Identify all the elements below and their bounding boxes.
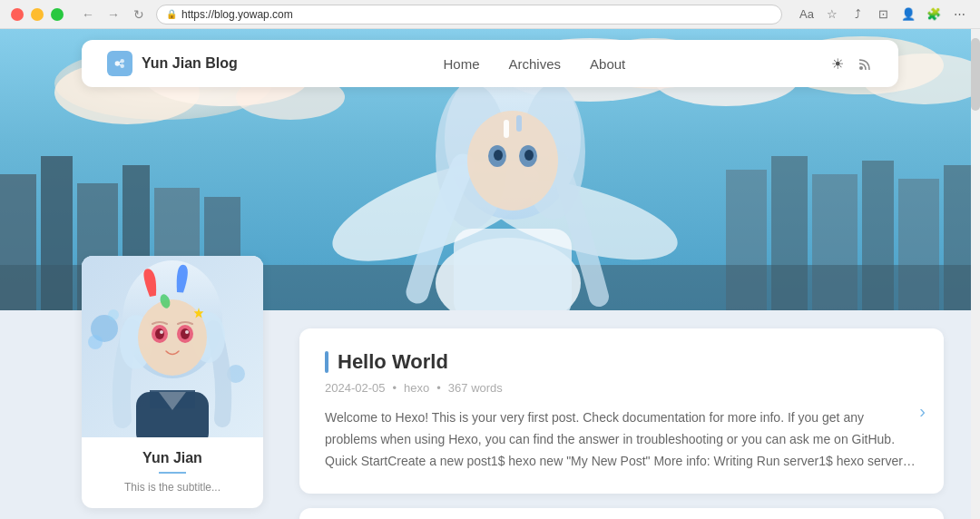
navbar-actions: ☀ — [831, 55, 873, 73]
svg-point-58 — [160, 330, 163, 334]
svg-point-34 — [524, 150, 534, 161]
post-excerpt-1: Welcome to Hexo! This is your very first… — [325, 407, 918, 472]
minimize-button[interactable] — [31, 8, 44, 21]
url-text: https://blog.yowap.com — [181, 8, 293, 21]
address-bar[interactable]: 🔒 https://blog.yowap.com — [156, 5, 782, 24]
brand-icon — [107, 51, 132, 76]
browser-chrome: ← → ↻ 🔒 https://blog.yowap.com Aa ☆ ⤴ ⊡ … — [0, 0, 980, 29]
svg-point-57 — [181, 328, 190, 339]
brand-name: Yun Jian Blog — [142, 55, 238, 72]
profile-button[interactable]: 👤 — [898, 5, 918, 24]
dot-2: • — [436, 381, 441, 395]
svg-point-37 — [115, 61, 120, 65]
forward-button[interactable]: → — [103, 5, 123, 24]
profile-subtitle: This is the subtitle... — [96, 481, 249, 494]
rss-button[interactable] — [858, 56, 873, 71]
svg-point-30 — [467, 111, 558, 211]
nav-home[interactable]: Home — [444, 56, 480, 72]
theme-toggle-button[interactable]: ☀ — [831, 55, 844, 73]
profile-info: Yun Jian This is the subtitle... — [82, 437, 263, 508]
svg-rect-35 — [504, 120, 509, 138]
close-button[interactable] — [11, 8, 24, 21]
svg-point-38 — [120, 59, 124, 64]
sidebar-toggle-button[interactable]: ⊡ — [873, 5, 893, 24]
maximize-button[interactable] — [51, 8, 64, 21]
post-meta-1: 2024-02-05 • hexo • 367 words — [325, 381, 918, 395]
svg-point-39 — [120, 64, 124, 68]
profile-avatar — [82, 256, 263, 437]
navbar-menu: Home Archives About — [444, 56, 626, 72]
navbar-brand[interactable]: Yun Jian Blog — [107, 51, 238, 76]
post-card-2: Youth 2024-02-05 • passage • 667 words — [299, 508, 944, 519]
svg-point-42 — [859, 66, 863, 70]
reader-mode-button[interactable]: Aa — [797, 5, 817, 24]
svg-rect-36 — [516, 115, 522, 132]
scrollbar-track — [971, 29, 980, 519]
share-button[interactable]: ⤴ — [848, 5, 867, 24]
post-indicator-1 — [325, 351, 328, 373]
navbar: Yun Jian Blog Home Archives About ☀ — [82, 40, 898, 87]
nav-about[interactable]: About — [590, 56, 625, 72]
scrollbar-thumb[interactable] — [971, 38, 980, 111]
nav-archives[interactable]: Archives — [509, 56, 562, 72]
content-area: Hello World 2024-02-05 • hexo • 367 word… — [281, 310, 980, 519]
browser-nav: ← → ↻ — [78, 5, 149, 24]
svg-point-53 — [138, 299, 207, 376]
post-author-1: hexo — [404, 381, 429, 395]
svg-point-46 — [108, 309, 119, 320]
post-date-1: 2024-02-05 — [325, 381, 386, 395]
extensions-button[interactable]: 🧩 — [924, 5, 944, 24]
sidebar: Yun Jian This is the subtitle... — [0, 310, 281, 519]
dot-1: • — [393, 381, 397, 395]
page-content: Yun Jian Blog Home Archives About ☀ — [0, 29, 980, 519]
post-title-1[interactable]: Hello World — [338, 350, 448, 374]
profile-avatar-illustration — [82, 256, 263, 437]
profile-card: Yun Jian This is the subtitle... — [82, 256, 263, 508]
post-arrow-1[interactable]: › — [919, 401, 926, 422]
back-button[interactable]: ← — [78, 5, 98, 24]
refresh-button[interactable]: ↻ — [129, 5, 149, 24]
profile-divider — [159, 472, 186, 474]
lock-icon: 🔒 — [166, 9, 177, 19]
svg-point-45 — [88, 335, 103, 349]
svg-point-59 — [185, 330, 189, 334]
browser-actions: Aa ☆ ⤴ ⊡ 👤 🧩 ⋯ — [797, 5, 969, 24]
svg-point-56 — [155, 328, 164, 339]
bookmark-button[interactable]: ☆ — [822, 5, 842, 24]
post-wordcount-1: 367 words — [448, 381, 503, 395]
rss-icon — [858, 56, 873, 71]
svg-point-33 — [494, 150, 503, 161]
brand-logo-svg — [112, 55, 128, 72]
main-layout: Yun Jian This is the subtitle... Hello W… — [0, 310, 980, 519]
more-button[interactable]: ⋯ — [949, 5, 969, 24]
post-title-bar-1: Hello World — [325, 350, 918, 374]
profile-name: Yun Jian — [96, 450, 249, 466]
post-card-1: Hello World 2024-02-05 • hexo • 367 word… — [299, 328, 944, 494]
